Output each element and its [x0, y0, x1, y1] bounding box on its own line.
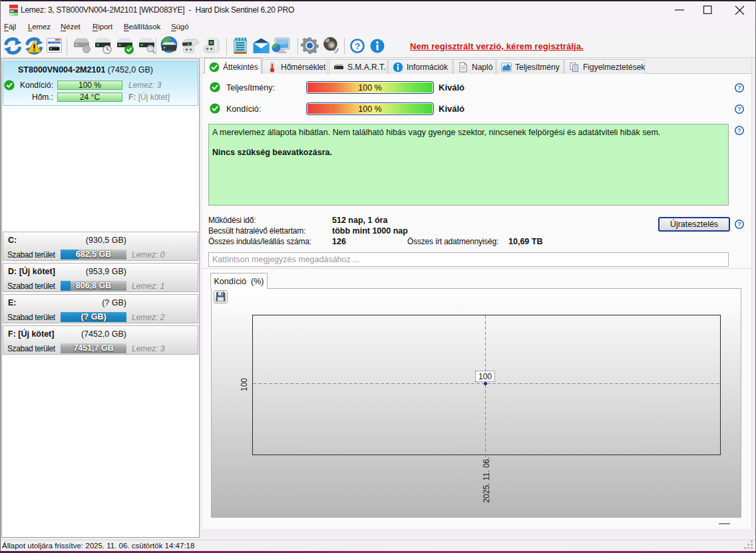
svg-text:?: ? — [737, 220, 741, 228]
svg-text:?: ? — [737, 105, 741, 112]
svg-text:?: ? — [737, 84, 741, 91]
svg-text:?: ? — [355, 41, 360, 51]
svg-text:?: ? — [737, 126, 741, 134]
